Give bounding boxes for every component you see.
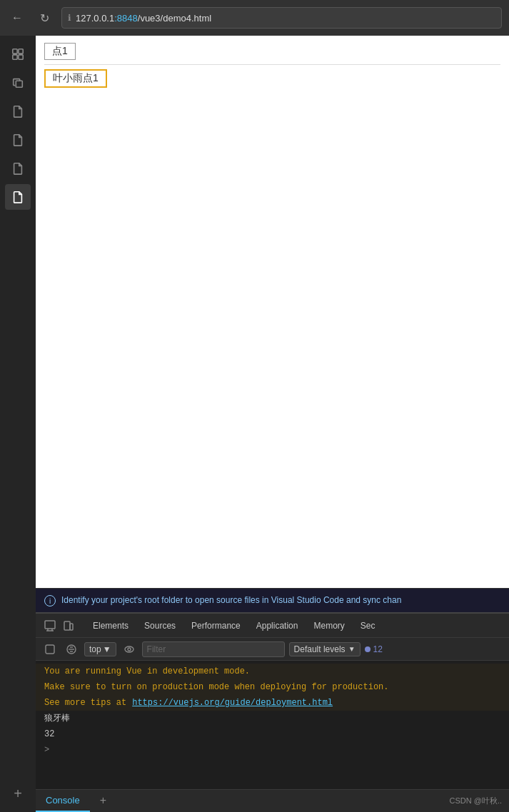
console-line-5: 32 <box>36 726 509 742</box>
refresh-button[interactable]: ↻ <box>34 8 54 28</box>
eye-icon-btn[interactable] <box>121 641 138 658</box>
url-host: 127.0.0.1 <box>76 13 114 24</box>
context-selector[interactable]: top ▼ <box>84 642 116 656</box>
console-line-3: See more tips at https://vuejs.org/guide… <box>36 695 509 711</box>
address-bar[interactable]: ℹ 127.0.0.1:8848/vue3/demo4.html <box>61 7 502 29</box>
context-arrow: ▼ <box>103 644 111 654</box>
console-line-1: You are running Vue in development mode. <box>36 664 509 679</box>
banner-text: Identify your project's root folder to o… <box>61 594 500 607</box>
message-count: 12 <box>365 644 383 654</box>
cursor-icon <box>44 620 56 631</box>
devtools-panel: Elements Sources Performance Application… <box>36 612 509 812</box>
svg-point-14 <box>128 648 131 651</box>
svg-rect-7 <box>70 624 73 630</box>
copy-icon <box>11 76 24 89</box>
sidebar-item-file3[interactable] <box>5 156 31 181</box>
levels-arrow-icon: ▼ <box>348 645 356 653</box>
svg-rect-3 <box>19 55 23 59</box>
context-label: top <box>89 644 101 654</box>
svg-rect-5 <box>45 621 55 629</box>
levels-label: Default levels <box>294 644 346 654</box>
filter-input[interactable] <box>142 641 285 657</box>
tab-elements[interactable]: Elements <box>86 618 136 634</box>
info-icon: ℹ <box>68 13 71 23</box>
console-line-2: Make sure to turn on production mode whe… <box>36 679 509 695</box>
svg-rect-2 <box>13 55 17 59</box>
csdn-label: CSDN @叶秋.. <box>449 790 509 812</box>
page-viewport: 点1 叶小雨点1 <box>36 36 509 588</box>
eye-icon <box>124 644 135 655</box>
file2-icon <box>11 133 24 146</box>
console-text-5: 32 <box>44 728 54 741</box>
file3-icon <box>11 162 24 175</box>
console-caret-icon: > <box>44 744 49 756</box>
add-console-tab-btn[interactable]: + <box>90 790 116 812</box>
svg-rect-4 <box>16 81 22 87</box>
console-text-2: Make sure to turn on production mode whe… <box>44 681 388 694</box>
page-separator <box>44 64 500 65</box>
sidebar-item-file1[interactable] <box>5 98 31 124</box>
content-area: 点1 叶小雨点1 i Identify your project's root … <box>36 36 509 812</box>
svg-rect-0 <box>13 49 17 54</box>
devtools-device-btn[interactable] <box>60 617 77 634</box>
device-icon <box>63 620 74 631</box>
info-banner: i Identify your project's root folder to… <box>36 588 509 612</box>
tab-memory[interactable]: Memory <box>306 618 351 634</box>
sidebar-add-button[interactable]: + <box>5 781 31 806</box>
console-text-1: You are running Vue in development mode. <box>44 665 250 678</box>
devtools-screen-btn[interactable] <box>41 617 59 634</box>
filter-circle-icon <box>66 644 76 654</box>
console-text-3: See more tips at <box>44 696 126 709</box>
svg-rect-1 <box>19 49 23 54</box>
console-line-caret[interactable]: > <box>36 742 509 758</box>
browser-body: + 点1 叶小雨点1 i Identify your project's roo… <box>0 36 509 812</box>
page-button-2[interactable]: 叶小雨点1 <box>44 69 107 88</box>
svg-rect-6 <box>64 621 70 630</box>
sidebar-item-file2[interactable] <box>5 127 31 153</box>
msg-dot-icon <box>365 646 371 652</box>
tab-application[interactable]: Application <box>249 618 306 634</box>
sidebar-item-layers[interactable] <box>5 41 31 67</box>
console-tab-label: Console <box>46 795 80 806</box>
tab-security[interactable]: Sec <box>353 618 383 634</box>
url-path: /vue3/demo4.html <box>138 13 211 24</box>
levels-dropdown[interactable]: Default levels ▼ <box>289 642 361 656</box>
msg-count-label: 12 <box>373 644 383 654</box>
url-port: :8848 <box>114 13 138 24</box>
console-line-4: 狼牙棒 <box>36 711 509 726</box>
browser-titlebar: ← ↻ ℹ 127.0.0.1:8848/vue3/demo4.html <box>0 0 509 36</box>
back-button[interactable]: ← <box>7 8 27 28</box>
devtools-toolbar: Elements Sources Performance Application… <box>36 614 509 638</box>
console-tabbar: Console + CSDN @叶秋.. <box>36 789 509 812</box>
page-button-1[interactable]: 点1 <box>44 43 76 60</box>
sidebar-item-copy[interactable] <box>5 70 31 96</box>
url-display: 127.0.0.1:8848/vue3/demo4.html <box>76 13 211 24</box>
console-filter-btn[interactable] <box>63 641 80 658</box>
file4-icon <box>11 191 24 203</box>
add-tab-icon: + <box>100 794 106 807</box>
svg-point-13 <box>125 646 133 652</box>
console-toolbar: top ▼ Default levels ▼ 12 <box>36 638 509 661</box>
svg-rect-8 <box>46 645 54 654</box>
console-tab[interactable]: Console <box>36 790 90 812</box>
console-output: You are running Vue in development mode.… <box>36 661 509 789</box>
clear-icon <box>45 644 55 654</box>
layers-icon <box>11 48 24 61</box>
file1-icon <box>11 105 24 118</box>
sidebar-item-file4[interactable] <box>5 184 31 210</box>
banner-info-icon: i <box>44 595 56 607</box>
console-text-4: 狼牙棒 <box>44 712 70 725</box>
tab-sources[interactable]: Sources <box>137 618 183 634</box>
console-link-1[interactable]: https://vuejs.org/guide/deployment.html <box>132 696 333 709</box>
tab-performance[interactable]: Performance <box>184 618 248 634</box>
sidebar: + <box>0 36 36 812</box>
console-clear-btn[interactable] <box>41 641 59 658</box>
